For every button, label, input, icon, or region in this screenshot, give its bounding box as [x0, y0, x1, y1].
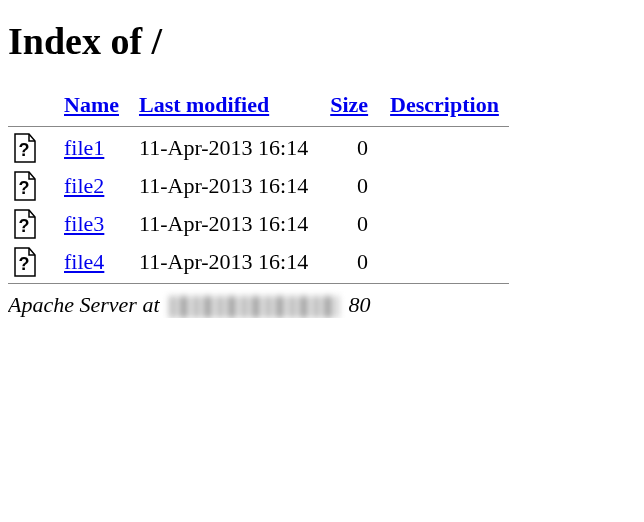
file-name-cell: file3	[54, 205, 129, 243]
file-name-cell: file4	[54, 243, 129, 281]
sort-description-link[interactable]: Description	[390, 92, 499, 117]
file-size-cell: 0	[318, 205, 380, 243]
svg-text:?: ?	[19, 140, 30, 160]
header-name: Name	[54, 86, 129, 124]
file-description-cell	[380, 243, 509, 281]
unknown-file-icon: ?	[8, 129, 54, 167]
header-size: Size	[318, 86, 380, 124]
directory-listing: Name Last modified Size Description ?fil…	[8, 86, 509, 286]
file-description-cell	[380, 205, 509, 243]
file-modified-cell: 11-Apr-2013 16:14	[129, 205, 318, 243]
header-icon	[8, 86, 54, 124]
footer-prefix: Apache Server at	[8, 292, 165, 317]
footer-hostname-redacted	[169, 296, 339, 318]
file-link[interactable]: file1	[64, 135, 104, 160]
file-link[interactable]: file4	[64, 249, 104, 274]
table-row: ?file411-Apr-2013 16:140	[8, 243, 509, 281]
header-modified: Last modified	[129, 86, 318, 124]
file-size-cell: 0	[318, 167, 380, 205]
svg-text:?: ?	[19, 254, 30, 274]
divider	[8, 283, 509, 284]
file-name-cell: file2	[54, 167, 129, 205]
file-modified-cell: 11-Apr-2013 16:14	[129, 167, 318, 205]
sort-modified-link[interactable]: Last modified	[139, 92, 269, 117]
table-row: ?file211-Apr-2013 16:140	[8, 167, 509, 205]
unknown-file-icon: ?	[8, 167, 54, 205]
server-footer: Apache Server at 80	[8, 292, 636, 318]
file-modified-cell: 11-Apr-2013 16:14	[129, 243, 318, 281]
file-link[interactable]: file3	[64, 211, 104, 236]
unknown-file-icon: ?	[8, 243, 54, 281]
svg-text:?: ?	[19, 178, 30, 198]
file-name-cell: file1	[54, 129, 129, 167]
file-description-cell	[380, 129, 509, 167]
table-row: ?file311-Apr-2013 16:140	[8, 205, 509, 243]
header-description: Description	[380, 86, 509, 124]
file-description-cell	[380, 167, 509, 205]
sort-name-link[interactable]: Name	[64, 92, 119, 117]
divider	[8, 126, 509, 127]
sort-size-link[interactable]: Size	[330, 92, 368, 117]
file-size-cell: 0	[318, 129, 380, 167]
footer-suffix: 80	[343, 292, 371, 317]
file-size-cell: 0	[318, 243, 380, 281]
unknown-file-icon: ?	[8, 205, 54, 243]
svg-text:?: ?	[19, 216, 30, 236]
file-link[interactable]: file2	[64, 173, 104, 198]
page-title: Index of /	[8, 19, 636, 63]
table-row: ?file111-Apr-2013 16:140	[8, 129, 509, 167]
file-modified-cell: 11-Apr-2013 16:14	[129, 129, 318, 167]
